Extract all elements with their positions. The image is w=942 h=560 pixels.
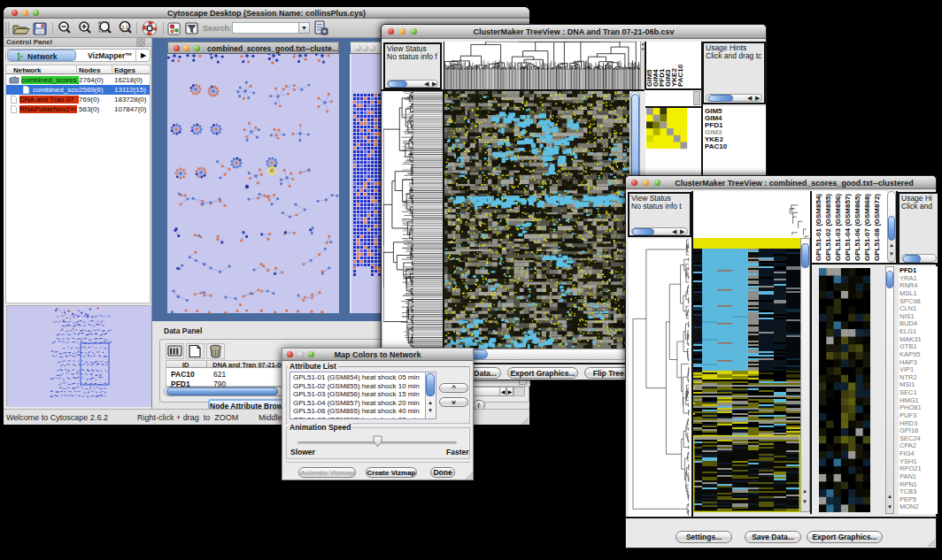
- svg-text:GPL51-01 (GSM854): GPL51-01 (GSM854): [815, 194, 822, 261]
- svg-text:PAC10: PAC10: [676, 64, 684, 87]
- svg-text:GPL51-03 (GSM856): GPL51-03 (GSM856): [834, 194, 842, 261]
- svg-text:GPL51-06 (GSM865): GPL51-06 (GSM865): [853, 194, 861, 261]
- svg-text:1:1: 1:1: [122, 25, 129, 30]
- svg-text:GPL51-07 (GSM868): GPL51-07 (GSM868): [863, 194, 871, 261]
- svg-text:GPL51-04 (GSM857): GPL51-04 (GSM857): [844, 194, 852, 261]
- svg-text:GPL51-02 (GSM855): GPL51-02 (GSM855): [824, 194, 832, 261]
- svg-text:GPL51-08 (GSM872): GPL51-08 (GSM872): [873, 194, 881, 261]
